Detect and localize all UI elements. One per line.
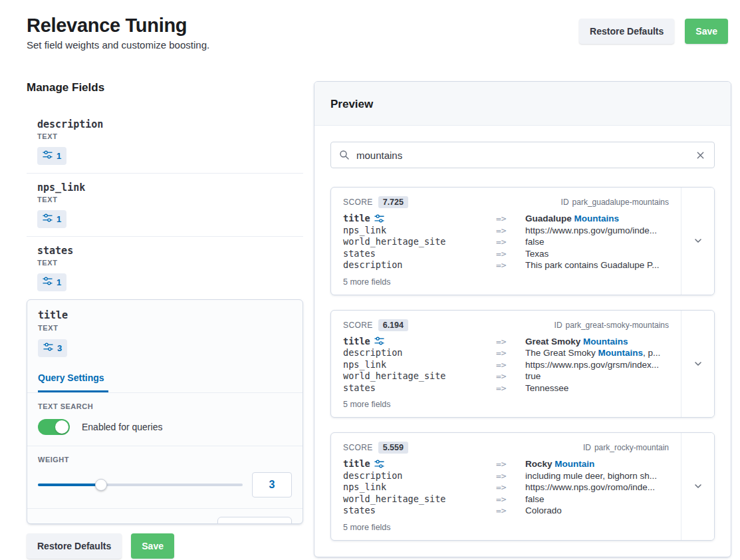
weight-sliders-icon [43, 150, 53, 160]
result-field-row: states => Colorado [343, 505, 669, 517]
slider-thumb[interactable] [95, 479, 107, 491]
row-field-name: description [343, 470, 496, 482]
row-arrow: => [496, 213, 525, 225]
value-text: , p... [643, 348, 660, 358]
row-value: true [525, 371, 669, 382]
search-input[interactable] [356, 150, 688, 161]
chevron-down-icon [693, 235, 703, 246]
result-field-row: title => Rocky Mountain [343, 458, 669, 470]
boost-section-clipped [27, 509, 303, 524]
restore-defaults-button-top[interactable]: Restore Defaults [579, 19, 674, 44]
row-field-name: states [343, 382, 496, 394]
score-group: SCORE 5.559 [343, 442, 408, 454]
expanded-field-panel: title TEXT 3 Query Settings TEXT SEARCH [27, 299, 303, 524]
weight-slider[interactable] [38, 479, 243, 491]
result-card-header: SCORE 7.725 ID park_guadalupe-mountains [343, 196, 669, 208]
result-field-row: title => Great Smoky Mountains [343, 336, 669, 348]
score-badge: 5.559 [378, 442, 408, 454]
results-list: SCORE 7.725 ID park_guadalupe-mountains … [330, 187, 715, 541]
result-id-group: ID park_guadalupe-mountains [561, 198, 669, 207]
value-text: including mule deer, bighorn sh... [525, 471, 657, 481]
row-arrow: => [496, 360, 525, 371]
weight-sliders-icon [43, 342, 53, 352]
result-rows: title => Guadalupe Mountains nps_link =>… [343, 213, 669, 271]
result-card-header: SCORE 5.559 ID park_rocky-mountain [343, 442, 669, 454]
expanded-field-header[interactable]: title TEXT 3 [27, 300, 303, 365]
row-value: https://www.nps.gov/gumo/inde... [525, 225, 669, 237]
restore-defaults-button-bottom[interactable]: Restore Defaults [27, 533, 122, 559]
highlighted-term: Mountains [598, 348, 644, 358]
search-box [330, 142, 715, 168]
text-search-section: TEXT SEARCH Enabled for queries [27, 393, 303, 446]
result-card-main: SCORE 7.725 ID park_guadalupe-mountains … [331, 188, 681, 295]
preview-panel-header: Preview [314, 82, 731, 126]
tab-query-settings[interactable]: Query Settings [38, 372, 108, 392]
manage-fields-heading: Manage Fields [27, 81, 303, 94]
row-arrow: => [496, 494, 525, 505]
row-arrow: => [496, 348, 525, 359]
row-value: Rocky Mountain [525, 459, 669, 470]
value-text: The Great Smoky [525, 348, 598, 358]
chevron-down-icon [693, 358, 703, 369]
sliders-icon-slot [43, 150, 53, 162]
field-list-item[interactable]: description TEXT 1 [27, 110, 303, 174]
result-card-header: SCORE 6.194 ID park_great-smoky-mountain… [343, 319, 669, 331]
score-group: SCORE 6.194 [343, 319, 408, 331]
preview-panel: Preview [314, 81, 731, 557]
main-columns: Manage Fields description TEXT 1 nps_lin… [0, 81, 740, 559]
result-id-group: ID park_great-smoky-mountains [555, 321, 669, 330]
preview-heading: Preview [330, 98, 373, 110]
result-field-row: states => Tennessee [343, 382, 669, 394]
clear-search-button[interactable] [695, 150, 706, 161]
row-value: false [525, 237, 669, 248]
result-field-row: description => The Great Smoky Mountains… [343, 347, 669, 359]
field-name: description [37, 118, 293, 130]
value-text: Tennessee [525, 383, 568, 393]
save-button-top[interactable]: Save [685, 19, 728, 44]
row-arrow: => [496, 459, 525, 470]
page-header-titles: Relevance Tuning Set field weights and c… [27, 13, 209, 51]
row-field-name: world_heritage_site [343, 493, 496, 505]
field-list-item[interactable]: nps_link TEXT 1 [27, 174, 303, 237]
field-weight-value: 1 [57, 214, 61, 224]
row-arrow: => [496, 249, 525, 260]
result-id: park_great-smoky-mountains [566, 321, 669, 330]
expand-result-button[interactable] [681, 433, 714, 540]
preview-column: Preview [314, 81, 731, 557]
field-type-label: TEXT [37, 132, 293, 142]
page-title: Relevance Tuning [27, 13, 209, 37]
sliders-icon-slot [43, 276, 53, 289]
search-icon [339, 150, 350, 160]
row-value: Great Smoky Mountains [525, 337, 669, 348]
slider-fill [38, 484, 101, 486]
text-search-toggle[interactable] [38, 419, 70, 435]
weight-section: WEIGHT 3 [27, 446, 303, 509]
text-search-heading: TEXT SEARCH [38, 402, 292, 411]
expand-result-button[interactable] [681, 311, 714, 418]
field-weight-value: 1 [57, 151, 61, 161]
result-id-label: ID [561, 198, 569, 207]
expand-result-button[interactable] [681, 188, 714, 295]
save-button-bottom[interactable]: Save [131, 533, 174, 559]
page-subtitle: Set field weights and customize boosting… [27, 39, 209, 51]
bottom-actions: Restore Defaults Save [27, 533, 303, 559]
score-badge: 7.725 [378, 196, 408, 208]
clipped-button[interactable] [217, 517, 292, 524]
sliders-icon-slot [43, 213, 53, 225]
weight-sliders-icon [374, 459, 384, 469]
result-field-row: nps_link => https://www.nps.gov/grsm/ind… [343, 359, 669, 371]
highlighted-term: Mountains [574, 213, 620, 223]
result-card-main: SCORE 6.194 ID park_great-smoky-mountain… [331, 311, 681, 418]
row-value: Guadalupe Mountains [525, 213, 669, 225]
row-field-name: title [343, 213, 496, 224]
row-arrow: => [496, 505, 525, 517]
field-type-label: TEXT [37, 195, 293, 205]
row-field-name: nps_link [343, 482, 496, 493]
result-id-label: ID [583, 443, 591, 452]
result-field-row: nps_link => https://www.nps.gov/gumo/ind… [343, 225, 669, 237]
field-list-item[interactable]: states TEXT 1 [27, 237, 303, 299]
result-card: SCORE 6.194 ID park_great-smoky-mountain… [330, 310, 715, 418]
value-text: true [525, 371, 541, 381]
weight-value-input[interactable]: 3 [252, 472, 292, 497]
toggle-knob [55, 420, 68, 434]
